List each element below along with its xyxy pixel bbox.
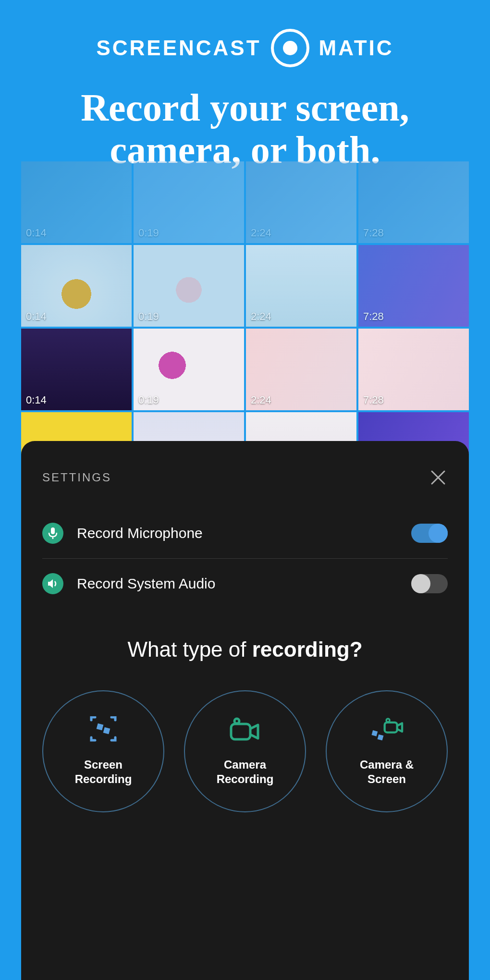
- video-tile[interactable]: 2:24: [246, 161, 356, 243]
- svg-point-9: [386, 719, 390, 722]
- recording-option-label: ScreenRecording: [75, 758, 132, 786]
- video-duration: 0:14: [26, 310, 47, 323]
- video-tile[interactable]: 0:19: [134, 245, 244, 327]
- logo-text-right: MATIC: [319, 36, 394, 60]
- logo-text-left: SCREENCAST: [96, 36, 261, 60]
- logo-circle-icon: [271, 29, 309, 67]
- video-tile[interactable]: 7:28: [358, 161, 469, 243]
- svg-rect-10: [371, 730, 378, 736]
- svg-rect-5: [103, 727, 110, 735]
- svg-rect-8: [385, 723, 397, 733]
- microphone-icon: [42, 523, 63, 544]
- video-tile[interactable]: 0:14: [21, 245, 132, 327]
- recording-option-label: Camera &Screen: [360, 758, 414, 786]
- camera-icon: [226, 716, 264, 746]
- settings-title: SETTINGS: [42, 471, 111, 484]
- video-duration: 0:19: [138, 310, 159, 323]
- svg-rect-2: [51, 527, 55, 534]
- setting-row: Record Microphone: [42, 508, 448, 558]
- speaker-icon: [42, 573, 63, 594]
- setting-toggle[interactable]: [411, 574, 448, 593]
- video-duration: 2:24: [251, 394, 271, 406]
- marketing-header: SCREENCAST MATIC Record your screen, cam…: [0, 0, 490, 171]
- setting-toggle[interactable]: [411, 524, 448, 543]
- recording-option[interactable]: Camera &Screen: [326, 690, 448, 812]
- svg-point-7: [234, 719, 239, 723]
- video-tile[interactable]: 7:28: [358, 245, 469, 327]
- video-tile[interactable]: 0:14: [21, 161, 132, 243]
- video-duration: 2:24: [251, 227, 271, 239]
- video-tile[interactable]: 0:14: [21, 329, 132, 410]
- close-button[interactable]: [429, 468, 448, 487]
- video-tile[interactable]: 7:28: [358, 329, 469, 410]
- video-duration: 7:28: [363, 394, 384, 406]
- brand-logo: SCREENCAST MATIC: [0, 29, 490, 67]
- video-tile[interactable]: 0:19: [134, 161, 244, 243]
- video-duration: 7:28: [363, 227, 384, 239]
- screen-icon: [85, 716, 122, 746]
- video-duration: 0:14: [26, 227, 47, 239]
- recording-option-label: CameraRecording: [217, 758, 274, 786]
- video-duration: 0:19: [138, 227, 159, 239]
- video-duration: 7:28: [363, 310, 384, 323]
- video-duration: 0:14: [26, 394, 47, 406]
- video-tile[interactable]: 2:24: [246, 245, 356, 327]
- close-icon: [430, 469, 446, 486]
- setting-row: Record System Audio: [42, 559, 448, 609]
- video-tile[interactable]: 0:19: [134, 329, 244, 410]
- svg-rect-6: [231, 724, 250, 739]
- recording-option[interactable]: ScreenRecording: [42, 690, 164, 812]
- headline: Record your screen, camera, or both.: [0, 86, 490, 171]
- video-tile[interactable]: 2:24: [246, 329, 356, 410]
- recording-question: What type of recording?: [42, 637, 448, 662]
- video-duration: 0:19: [138, 394, 159, 406]
- setting-label: Record System Audio: [77, 576, 398, 592]
- settings-panel: SETTINGS Record Microphone Record System…: [21, 441, 469, 980]
- recording-option[interactable]: CameraRecording: [184, 690, 306, 812]
- svg-rect-4: [97, 723, 104, 731]
- camera-screen-icon: [368, 716, 405, 746]
- setting-label: Record Microphone: [77, 525, 398, 541]
- recording-options: ScreenRecording CameraRecording Camera &…: [42, 690, 448, 812]
- headline-line1: Record your screen,: [0, 86, 490, 129]
- svg-rect-11: [378, 735, 384, 741]
- video-duration: 2:24: [251, 310, 271, 323]
